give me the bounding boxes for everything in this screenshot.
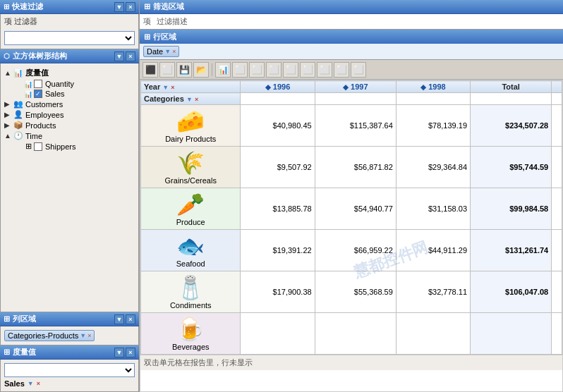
measure-sort-icon[interactable]: ▼ xyxy=(28,380,34,387)
category-name: Condiments xyxy=(170,301,212,310)
tree-item-shippers[interactable]: ⊞ Shippers xyxy=(14,141,135,152)
badge-remove-icon[interactable]: × xyxy=(87,332,91,339)
category-name: Seafood xyxy=(176,259,205,268)
measure-area-title-group: ⊞ 度量值 xyxy=(4,347,36,357)
extra-col-2 xyxy=(552,188,562,230)
filter-select[interactable] xyxy=(4,31,135,45)
right-panel: ⊞ 筛选区域 项 过滤描述 ⊞ 行区域 Date ▼ × ⬛ ⬜ 💾 📂 📊 ⬜ xyxy=(140,0,563,392)
tree-item-time[interactable]: ▲ 🕐 Time xyxy=(4,130,135,141)
filter-area: ⊞ 筛选区域 项 过滤描述 xyxy=(140,0,563,30)
value-cell-2-1: $54,940.77 xyxy=(315,188,396,230)
measure-area-dropdown-btn[interactable]: ▼ xyxy=(114,348,124,357)
time-children: ⊞ Shippers xyxy=(14,141,135,152)
column-area-title: 列区域 xyxy=(13,314,36,324)
fast-filter-header: ⊞ 快速过滤 ▼ × xyxy=(0,0,139,14)
tb-btn-11[interactable]: ⬜ xyxy=(334,62,349,78)
value-cell-5-2 xyxy=(396,313,470,355)
sales-checkbox[interactable]: ✓ xyxy=(34,90,42,98)
date-remove-icon[interactable]: × xyxy=(172,48,176,55)
measure-area-controls: ▼ × xyxy=(114,348,135,357)
cat-1997-empty xyxy=(315,93,396,105)
date-badge-label: Date xyxy=(147,47,163,56)
measure-area-close-btn[interactable]: × xyxy=(126,348,135,357)
quantity-checkbox[interactable] xyxy=(34,80,42,88)
sales-label: Sales xyxy=(45,90,65,98)
expand-products: ▶ xyxy=(4,121,13,129)
expand-time: ▲ xyxy=(4,132,13,140)
fast-filter-close-btn[interactable]: × xyxy=(126,2,135,12)
measure-remove-icon[interactable]: × xyxy=(37,380,40,387)
year-icon-1996: ◆ xyxy=(265,83,271,91)
value-cell-4-1: $55,368.59 xyxy=(315,271,396,313)
date-sort-icon[interactable]: ▼ xyxy=(164,48,171,55)
tb-btn-8[interactable]: ⬜ xyxy=(283,62,298,78)
badge-sort-icon[interactable]: ▼ xyxy=(80,332,86,339)
tb-btn-1[interactable]: ⬛ xyxy=(143,62,158,78)
main-table-wrapper[interactable]: 慧都控件网 Year ▼ × ◆ 1996 ◆ 1997 xyxy=(140,80,563,392)
cube-tree-close-btn[interactable]: × xyxy=(126,51,135,61)
row-area: ⊞ 行区域 Date ▼ × xyxy=(140,30,563,60)
products-label: Products xyxy=(25,121,56,130)
cube-tree-dropdown-btn[interactable]: ▼ xyxy=(114,51,124,61)
cat-sort-icon[interactable]: ▼ xyxy=(186,96,193,103)
tree-item-sales[interactable]: 📊 ✓ Sales xyxy=(14,89,135,99)
extra-col-1 xyxy=(552,147,562,188)
category-icon: 🌾 xyxy=(144,149,237,176)
year-sort-icon[interactable]: ▼ xyxy=(162,84,169,91)
value-cell-1-2: $29,364.84 xyxy=(396,147,470,188)
year-filter-icon[interactable]: × xyxy=(171,84,174,91)
year-header: Year ▼ × xyxy=(141,81,241,93)
tb-btn-2[interactable]: ⬜ xyxy=(159,62,175,78)
table-row: 🌾Grains/Cereals$9,507.92$56,871.82$29,36… xyxy=(141,147,562,188)
cat-1996-empty xyxy=(241,93,315,105)
value-cell-4-3: $106,047.08 xyxy=(471,271,552,313)
measures-children: 📊 Quantity 📊 ✓ Sales xyxy=(14,79,135,99)
filter-label: 项 过滤器 xyxy=(1,14,138,29)
year-label-1996: 1996 xyxy=(273,82,290,91)
date-badge[interactable]: Date ▼ × xyxy=(143,46,179,57)
year-label: Year xyxy=(144,82,160,91)
column-area-title-group: ⊞ 列区域 xyxy=(4,314,36,324)
table-row: 🧀Dairy Products$40,980.45$115,387.64$78,… xyxy=(141,105,562,147)
fast-filter-title-group: ⊞ 快速过滤 xyxy=(4,1,43,12)
extra-col-0 xyxy=(552,105,562,147)
col-content: Categories-Products ▼ × xyxy=(1,326,138,345)
fast-filter-dropdown-btn[interactable]: ▼ xyxy=(114,2,124,12)
tb-btn-3[interactable]: 💾 xyxy=(176,62,192,78)
value-cell-5-3 xyxy=(471,313,552,355)
tb-btn-12[interactable]: ⬜ xyxy=(351,62,366,78)
tb-btn-chart[interactable]: 📊 xyxy=(215,62,231,78)
table-row: 🐟Seafood$19,391.22$66,959.22$44,911.29$1… xyxy=(141,230,562,271)
tree-item-customers[interactable]: ▶ 👥 Customers xyxy=(4,99,135,109)
tb-btn-4[interactable]: 📂 xyxy=(193,62,209,78)
time-label: Time xyxy=(25,132,42,140)
categories-products-badge[interactable]: Categories-Products ▼ × xyxy=(4,330,95,341)
expand-employees: ▶ xyxy=(4,111,13,118)
measure-area-header: ⊞ 度量值 ▼ × xyxy=(0,345,139,360)
employees-label: Employees xyxy=(25,111,63,119)
col-area-icon: ⊞ xyxy=(4,314,10,324)
tb-btn-6[interactable]: ⬜ xyxy=(249,62,265,78)
tb-btn-7[interactable]: ⬜ xyxy=(266,62,282,78)
col-area-close-btn[interactable]: × xyxy=(126,314,135,324)
fast-filter-controls: ▼ × xyxy=(114,2,135,12)
category-name: Grains/Cereals xyxy=(165,176,217,185)
tb-btn-9[interactable]: ⬜ xyxy=(300,62,315,78)
tb-btn-10[interactable]: ⬜ xyxy=(317,62,332,78)
products-icon: 📦 xyxy=(13,121,24,130)
tree-content: ▲ 📊 度量值 📊 Quantity 📊 ✓ Sale xyxy=(1,63,138,312)
col-area-dropdown-btn[interactable]: ▼ xyxy=(114,314,124,324)
cat-filter-icon[interactable]: × xyxy=(195,96,198,103)
cat-header: Categories ▼ × xyxy=(141,93,241,105)
tree-item-products[interactable]: ▶ 📦 Products xyxy=(4,120,135,130)
value-cell-3-1: $66,959.22 xyxy=(315,230,396,271)
tree-item-measures[interactable]: ▲ 📊 度量值 xyxy=(4,67,135,79)
category-cell-beverages: 🍺Beverages xyxy=(141,313,241,355)
row-area-icon: ⊞ xyxy=(144,32,150,42)
col-total: Total xyxy=(471,81,552,93)
tb-btn-5[interactable]: ⬜ xyxy=(232,62,248,78)
tree-item-employees[interactable]: ▶ 👤 Employees xyxy=(4,109,135,120)
tree-item-quantity[interactable]: 📊 Quantity xyxy=(14,79,135,89)
shippers-checkbox[interactable] xyxy=(34,142,42,151)
measure-select[interactable] xyxy=(4,363,135,377)
